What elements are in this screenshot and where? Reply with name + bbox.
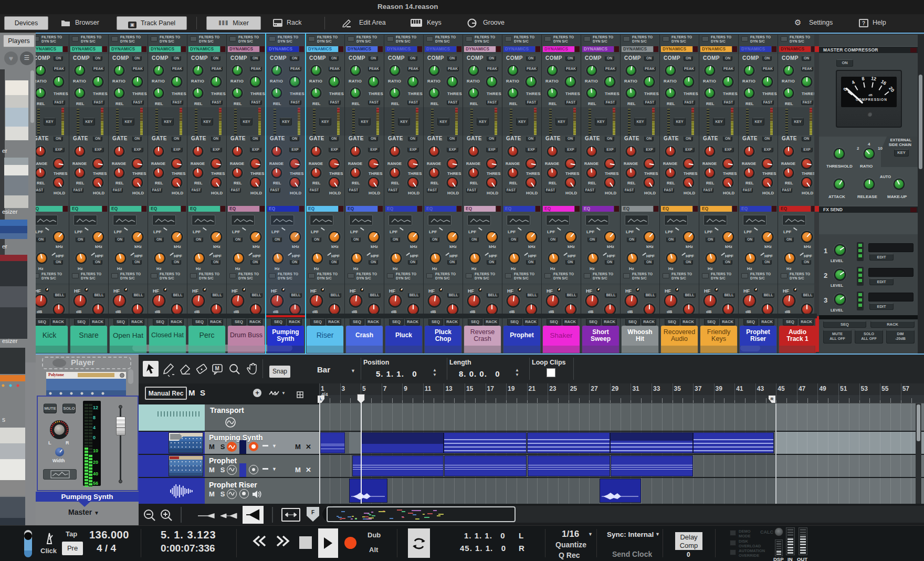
svg-text:4: 4 [850,79,855,85]
svg-text:dB: dB [868,94,872,97]
svg-text:8: 8 [862,77,865,81]
svg-text:16: 16 [880,79,887,86]
svg-text:12: 12 [870,77,877,82]
svg-text:20: 20 [888,86,895,93]
svg-text:M: M [215,366,219,371]
